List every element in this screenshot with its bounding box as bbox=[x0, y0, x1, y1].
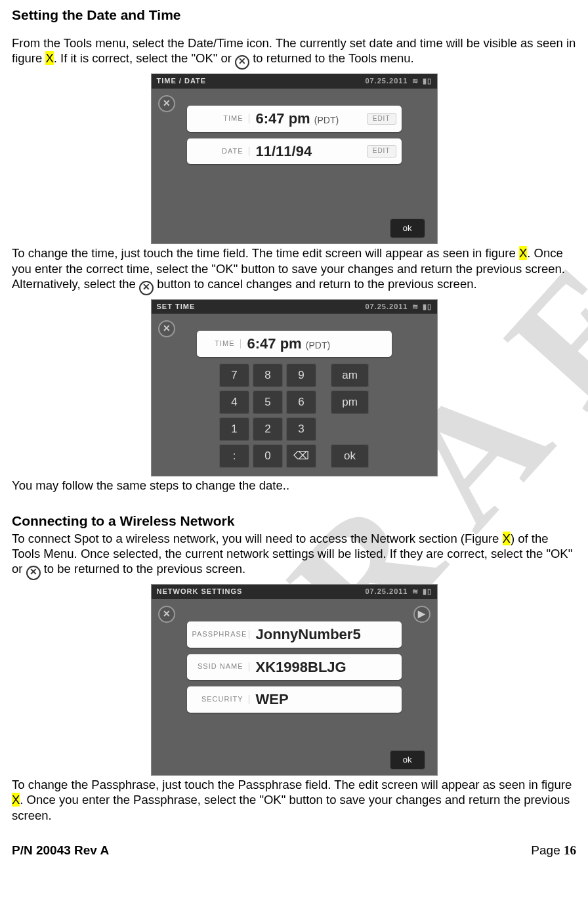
figure-ref: X bbox=[12, 793, 20, 807]
ampm-keys: am pm ok bbox=[331, 364, 369, 468]
text: To change the time, just touch the time … bbox=[12, 246, 519, 260]
wifi-icon: ≋ bbox=[412, 77, 419, 85]
passphrase-value: JonnyNumber5 bbox=[249, 625, 396, 644]
time-value: 6:47 pm (PDT) bbox=[241, 335, 387, 353]
titlebar: NETWORK SETTINGS 07.25.2011≋▮▯ bbox=[152, 585, 437, 599]
paragraph-4: To connect Spot to a wireless network, y… bbox=[12, 531, 576, 580]
timezone: (PDT) bbox=[306, 340, 330, 350]
figure-ref: X bbox=[519, 246, 527, 260]
part-number: P/N 20043 Rev A bbox=[12, 843, 109, 858]
ok-button[interactable]: ok bbox=[390, 219, 425, 238]
ssid-value: XK1998BLJG bbox=[249, 658, 396, 677]
number-keys: 7 8 9 4 5 6 1 2 3 : 0 ⌫ bbox=[219, 364, 316, 468]
text: To change the Passphrase, just touch the… bbox=[12, 778, 572, 791]
close-button[interactable]: ✕ bbox=[158, 95, 175, 112]
next-button[interactable]: ▶ bbox=[413, 606, 430, 623]
key-0[interactable]: 0 bbox=[253, 444, 283, 468]
screen-title: TIME / DATE bbox=[157, 77, 207, 86]
status-date: 07.25.2011 bbox=[365, 587, 408, 595]
spacer bbox=[331, 417, 369, 441]
text: 6:47 pm bbox=[247, 335, 302, 352]
page-num: 16 bbox=[564, 843, 576, 857]
time-field[interactable]: TIME 6:47 pm (PDT) bbox=[197, 331, 392, 357]
figure-ref: X bbox=[503, 532, 511, 545]
heading-date-time: Setting the Date and Time bbox=[12, 7, 576, 24]
wifi-icon: ≋ bbox=[412, 303, 419, 310]
passphrase-label: PASSPHRASE bbox=[192, 630, 249, 639]
time-field[interactable]: TIME 6:47 pm (PDT) EDIT bbox=[187, 106, 402, 132]
text: . Once you enter the Passphrase, select … bbox=[12, 793, 570, 822]
keypad: 7 8 9 4 5 6 1 2 3 : 0 ⌫ am pm ok bbox=[161, 364, 428, 468]
paragraph-5: To change the Passphrase, just touch the… bbox=[12, 777, 576, 822]
edit-date-button[interactable]: EDIT bbox=[367, 145, 396, 158]
screen-title: NETWORK SETTINGS bbox=[157, 587, 243, 597]
key-3[interactable]: 3 bbox=[286, 417, 316, 441]
key-colon[interactable]: : bbox=[219, 444, 249, 468]
status-date: 07.25.2011 bbox=[365, 303, 408, 310]
status-date: 07.25.2011 bbox=[365, 77, 408, 85]
key-8[interactable]: 8 bbox=[253, 364, 283, 387]
time-value: 6:47 pm (PDT) bbox=[249, 110, 367, 128]
key-1[interactable]: 1 bbox=[219, 417, 249, 441]
paragraph-2: To change the time, just touch the time … bbox=[12, 245, 576, 295]
paragraph-3: You may follow the same steps to change … bbox=[12, 478, 576, 493]
security-label: SECURITY bbox=[192, 695, 249, 704]
battery-icon: ▮▯ bbox=[423, 303, 432, 310]
time-label: TIME bbox=[192, 114, 249, 123]
figure-ref: X bbox=[45, 51, 53, 65]
ssid-label: SSID NAME bbox=[192, 662, 249, 671]
edit-time-button[interactable]: EDIT bbox=[367, 113, 396, 125]
timezone: (PDT) bbox=[314, 115, 339, 125]
battery-icon: ▮▯ bbox=[423, 77, 432, 85]
key-6[interactable]: 6 bbox=[286, 390, 316, 414]
key-5[interactable]: 5 bbox=[253, 390, 283, 414]
page-number: Page 16 bbox=[531, 843, 576, 858]
text: To connect Spot to a wireless network, y… bbox=[12, 532, 503, 545]
text: button to cancel changes and return to t… bbox=[154, 277, 477, 291]
date-value: 11/11/94 bbox=[249, 142, 367, 161]
titlebar: TIME / DATE 07.25.2011≋▮▯ bbox=[152, 74, 437, 89]
time-label: TIME bbox=[202, 339, 241, 348]
close-icon: ✕ bbox=[235, 55, 249, 70]
text: to be returned to the previous screen. bbox=[41, 562, 246, 576]
heading-wireless: Connecting to a Wireless Network bbox=[12, 513, 576, 530]
key-4[interactable]: 4 bbox=[219, 390, 249, 414]
page-footer: P/N 20043 Rev A Page 16 bbox=[12, 843, 576, 858]
close-button[interactable]: ✕ bbox=[158, 320, 175, 337]
security-value: WEP bbox=[249, 690, 396, 709]
text: Page bbox=[531, 843, 564, 857]
screenshot-network: NETWORK SETTINGS 07.25.2011≋▮▯ ✕ ▶ PASSP… bbox=[151, 584, 438, 776]
ok-button[interactable]: ok bbox=[390, 750, 425, 770]
ssid-field[interactable]: SSID NAME XK1998BLJG bbox=[187, 654, 402, 681]
passphrase-field[interactable]: PASSPHRASE JonnyNumber5 bbox=[187, 621, 402, 648]
text: to returned to the Tools menu. bbox=[249, 51, 414, 65]
battery-icon: ▮▯ bbox=[423, 587, 432, 595]
security-field[interactable]: SECURITY WEP bbox=[187, 686, 402, 713]
key-backspace[interactable]: ⌫ bbox=[286, 444, 316, 468]
key-2[interactable]: 2 bbox=[253, 417, 283, 441]
paragraph-1: From the Tools menu, select the Date/Tim… bbox=[12, 35, 576, 70]
key-9[interactable]: 9 bbox=[286, 364, 316, 387]
text: . If it is correct, select the "OK" or bbox=[54, 51, 235, 65]
text: 6:47 pm bbox=[256, 110, 310, 127]
key-am[interactable]: am bbox=[331, 364, 369, 387]
screenshot-time-date: TIME / DATE 07.25.2011≋▮▯ ✕ TIME 6:47 pm… bbox=[151, 74, 438, 244]
close-icon: ✕ bbox=[139, 281, 154, 295]
close-icon: ✕ bbox=[26, 566, 41, 580]
ok-button[interactable]: ok bbox=[331, 444, 369, 468]
wifi-icon: ≋ bbox=[412, 587, 419, 595]
titlebar: SET TIME 07.25.2011≋▮▯ bbox=[152, 300, 437, 314]
date-label: DATE bbox=[192, 147, 249, 156]
close-button[interactable]: ✕ bbox=[158, 606, 175, 623]
key-pm[interactable]: pm bbox=[331, 390, 369, 414]
screenshot-set-time: SET TIME 07.25.2011≋▮▯ ✕ TIME 6:47 pm (P… bbox=[151, 299, 438, 476]
screen-title: SET TIME bbox=[157, 303, 196, 312]
key-7[interactable]: 7 bbox=[219, 364, 249, 387]
date-field[interactable]: DATE 11/11/94 EDIT bbox=[187, 138, 402, 165]
